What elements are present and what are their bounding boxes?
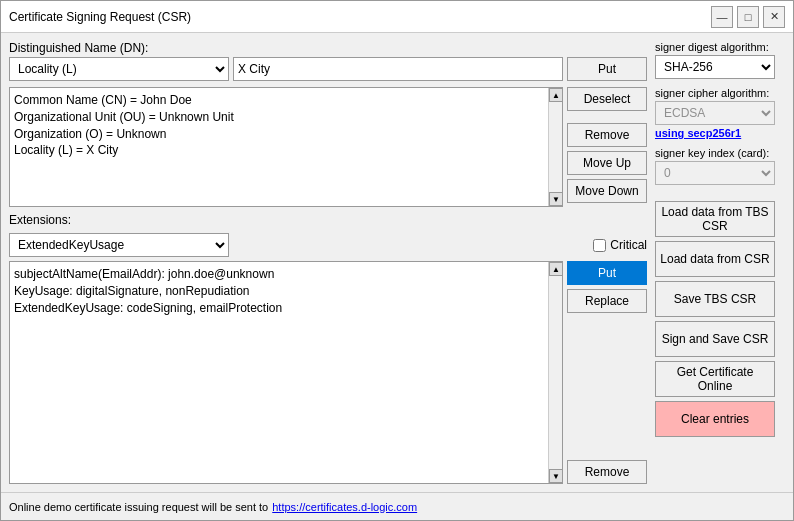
ext-textarea-wrapper: subjectAltName(EmailAddr): john.doe@unkn… [9, 261, 563, 484]
ext-label: Extensions: [9, 213, 647, 227]
ext-buttons: Put Replace Remove [567, 261, 647, 484]
dn-type-select[interactable]: Locality (L) [9, 57, 229, 81]
critical-label: Critical [610, 238, 647, 252]
status-text: Online demo certificate issuing request … [9, 501, 268, 513]
signer-cipher-select: ECDSA [655, 101, 775, 125]
title-bar: Certificate Signing Request (CSR) — □ ✕ [1, 1, 793, 33]
signer-key-select: 0 [655, 161, 775, 185]
dn-put-button[interactable]: Put [567, 57, 647, 81]
dn-scroll-up-btn[interactable]: ▲ [549, 88, 563, 102]
signer-cipher-label: signer cipher algorithm: [655, 87, 785, 99]
signer-cipher-container: signer cipher algorithm: ECDSA using sec… [655, 87, 785, 139]
dn-scrollbar: ▲ ▼ [548, 88, 562, 206]
save-tbs-button[interactable]: Save TBS CSR [655, 281, 775, 317]
left-panel: Distinguished Name (DN): Locality (L) Pu… [9, 41, 647, 484]
dn-scroll-track [549, 102, 562, 192]
sign-save-button[interactable]: Sign and Save CSR [655, 321, 775, 357]
signer-key-label: signer key index (card): [655, 147, 785, 159]
dn-remove-button[interactable]: Remove [567, 123, 647, 147]
right-panel-top: signer digest algorithm: SHA-256 signer … [655, 41, 785, 185]
dn-section: Distinguished Name (DN): Locality (L) Pu… [9, 41, 647, 81]
clear-entries-button[interactable]: Clear entries [655, 401, 775, 437]
main-window: Certificate Signing Request (CSR) — □ ✕ … [0, 0, 794, 521]
dn-scroll-down-btn[interactable]: ▼ [549, 192, 563, 206]
dn-deselect-button[interactable]: Deselect [567, 87, 647, 111]
signer-key-container: signer key index (card): 0 [655, 147, 785, 185]
right-panel: signer digest algorithm: SHA-256 signer … [655, 41, 785, 484]
get-certificate-button[interactable]: Get Certificate Online [655, 361, 775, 397]
ext-type-select[interactable]: ExtendedKeyUsage [9, 233, 229, 257]
close-button[interactable]: ✕ [763, 6, 785, 28]
dn-move-buttons: Remove Move Up Move Down [567, 123, 647, 203]
dn-value-input[interactable] [233, 57, 563, 81]
critical-checkbox[interactable] [593, 239, 606, 252]
main-content: Distinguished Name (DN): Locality (L) Pu… [1, 33, 793, 492]
secp-link[interactable]: using secp256r1 [655, 127, 785, 139]
dn-move-down-button[interactable]: Move Down [567, 179, 647, 203]
maximize-button[interactable]: □ [737, 6, 759, 28]
status-bar: Online demo certificate issuing request … [1, 492, 793, 520]
signer-digest-label: signer digest algorithm: [655, 41, 785, 53]
ext-scrollbar: ▲ ▼ [548, 262, 562, 483]
load-tbs-button[interactable]: Load data from TBS CSR [655, 201, 775, 237]
ext-remove-button[interactable]: Remove [567, 460, 647, 484]
ext-section: Extensions: ExtendedKeyUsage Critical su… [9, 213, 647, 484]
ext-textarea[interactable]: subjectAltName(EmailAddr): john.doe@unkn… [10, 262, 548, 483]
ext-scroll-down-btn[interactable]: ▼ [549, 469, 563, 483]
title-controls: — □ ✕ [711, 6, 785, 28]
dn-move-up-button[interactable]: Move Up [567, 151, 647, 175]
ext-replace-button[interactable]: Replace [567, 289, 647, 313]
minimize-button[interactable]: — [711, 6, 733, 28]
ext-scroll-track [549, 276, 562, 469]
load-csr-button[interactable]: Load data from CSR [655, 241, 775, 277]
window-title: Certificate Signing Request (CSR) [9, 10, 191, 24]
critical-checkbox-container: Critical [593, 238, 647, 252]
dn-row: Locality (L) Put [9, 57, 647, 81]
dn-textarea[interactable]: Common Name (CN) = John Doe Organization… [10, 88, 548, 206]
status-link[interactable]: https://certificates.d-logic.com [272, 501, 417, 513]
dn-label: Distinguished Name (DN): [9, 41, 647, 55]
ext-put-button[interactable]: Put [567, 261, 647, 285]
right-buttons: Load data from TBS CSR Load data from CS… [655, 201, 785, 437]
ext-textarea-container: subjectAltName(EmailAddr): john.doe@unkn… [9, 261, 647, 484]
signer-digest-select[interactable]: SHA-256 [655, 55, 775, 79]
ext-scroll-up-btn[interactable]: ▲ [549, 262, 563, 276]
dn-textarea-container: Common Name (CN) = John Doe Organization… [9, 87, 647, 207]
dn-buttons: Deselect Remove Move Up Move Down [567, 87, 647, 207]
ext-row: ExtendedKeyUsage Critical [9, 233, 647, 257]
dn-textarea-wrapper: Common Name (CN) = John Doe Organization… [9, 87, 563, 207]
